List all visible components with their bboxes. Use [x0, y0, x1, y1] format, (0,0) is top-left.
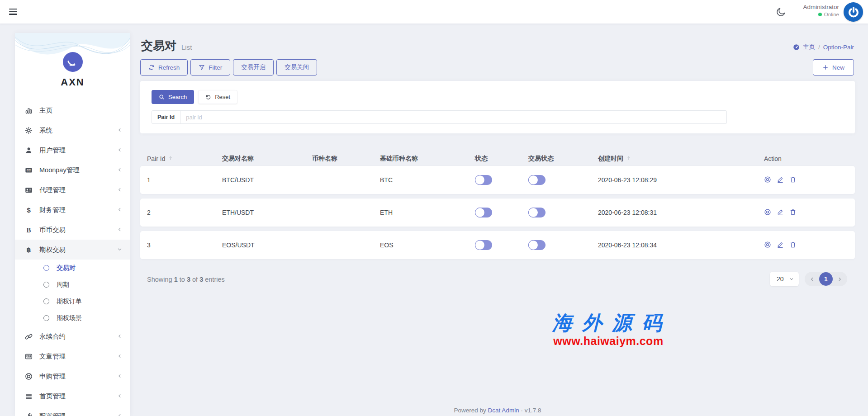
plus-icon	[822, 64, 829, 71]
watermark-url: www.haiwaiym.com	[522, 335, 694, 348]
column-header-action: Action	[764, 155, 848, 162]
moon-icon[interactable]	[776, 7, 786, 17]
row-actions	[764, 241, 848, 250]
edit-action-button[interactable]	[777, 176, 784, 184]
chevron-left-icon	[117, 373, 122, 380]
list-icon	[24, 392, 33, 400]
sidebar-item-label: 财务管理	[39, 206, 66, 214]
column-header-trade_status: 交易状态	[528, 155, 598, 163]
sidebar-item-finance-mgmt[interactable]: $财务管理	[15, 200, 130, 220]
refresh-icon	[148, 64, 155, 71]
sidebar-subitem-label: 期权订单	[57, 298, 82, 306]
reset-button[interactable]: Reset	[198, 90, 237, 104]
trash-action-button[interactable]	[789, 208, 797, 217]
svg-text:B: B	[26, 226, 31, 233]
breadcrumb-home[interactable]: 主页	[803, 43, 815, 51]
pair-id-input[interactable]	[180, 111, 726, 123]
sort-up-icon[interactable]	[168, 155, 173, 162]
trade-close-label: 交易关闭	[285, 63, 309, 71]
trade-close-button[interactable]: 交易关闭	[276, 59, 317, 76]
sidebar-item-label: 币币交易	[39, 226, 66, 234]
sidebar-item-moonpay-mgmt[interactable]: CCMoonpay管理	[15, 160, 130, 180]
closed-captioning-icon: CC	[24, 166, 33, 174]
trash-icon	[789, 208, 797, 216]
filter-button[interactable]: Filter	[190, 59, 230, 76]
id-card-icon	[24, 186, 33, 194]
trade-status-toggle[interactable]	[528, 175, 545, 185]
trade-open-label: 交易开启	[241, 63, 266, 71]
breadcrumb: 主页 / Option-Pair	[793, 43, 854, 51]
sidebar-item-subscribe-mgmt[interactable]: 申购管理	[15, 366, 130, 386]
sidebar-subitem-option-orders[interactable]: 期权订单	[15, 293, 130, 310]
sidebar-subitem-pair[interactable]: 交易对	[15, 260, 130, 276]
circle-icon	[43, 298, 49, 304]
sidebar-item-label: 期权交易	[39, 246, 66, 254]
trash-icon	[789, 241, 797, 248]
letter-b-icon: B	[24, 226, 33, 234]
sidebar-item-agent-mgmt[interactable]: 代理管理	[15, 180, 130, 200]
status-toggle[interactable]	[475, 175, 492, 185]
edit-action-button[interactable]	[777, 208, 784, 217]
eye-action-button[interactable]	[764, 208, 771, 217]
bar-chart-icon	[24, 107, 33, 114]
sidebar-item-system[interactable]: 系统	[15, 120, 130, 140]
dashboard-icon	[793, 44, 800, 51]
sidebar-item-perpetual[interactable]: 永续合约	[15, 326, 130, 346]
sidebar-item-spot-trade[interactable]: B币币交易	[15, 220, 130, 240]
sidebar-item-label: Moonpay管理	[39, 166, 80, 175]
trade-status-toggle[interactable]	[528, 208, 545, 217]
logo-block: AXN	[15, 33, 130, 87]
refresh-button[interactable]: Refresh	[140, 59, 188, 76]
sidebar-item-home[interactable]: 主页	[15, 100, 130, 120]
per-page-select[interactable]: 20	[770, 272, 799, 286]
pagination: 1	[805, 272, 847, 286]
page-number-button[interactable]: 1	[819, 272, 833, 286]
online-dot-icon	[818, 13, 822, 16]
edit-action-button[interactable]	[777, 241, 784, 250]
cell-base-coin-name: EOS	[380, 241, 475, 249]
sidebar-item-config-mgmt[interactable]: 配置管理	[15, 406, 130, 416]
avatar[interactable]	[844, 2, 863, 22]
chevron-left-icon	[117, 147, 122, 154]
svg-text:CC: CC	[26, 168, 31, 171]
new-button[interactable]: New	[813, 59, 854, 76]
sidebar-item-option-trade[interactable]: ฿期权交易	[15, 240, 130, 260]
sidebar-subitem-period[interactable]: 周期	[15, 276, 130, 293]
next-page-button[interactable]	[837, 277, 842, 282]
sort-up-icon[interactable]	[626, 155, 631, 162]
chevron-left-icon	[117, 186, 122, 194]
user-menu[interactable]: Administrator Online	[803, 4, 839, 17]
sidebar-subitem-option-scene[interactable]: 期权场景	[15, 310, 130, 326]
edit-icon	[777, 208, 784, 216]
column-header-created_at[interactable]: 创建时间	[598, 155, 764, 163]
refresh-label: Refresh	[158, 64, 180, 71]
sidebar-item-label: 用户管理	[39, 146, 66, 155]
sidebar-item-user-mgmt[interactable]: 用户管理	[15, 140, 130, 160]
wrench-icon	[24, 412, 33, 416]
eye-action-button[interactable]	[764, 176, 771, 184]
user-icon	[24, 147, 33, 154]
status-toggle[interactable]	[475, 240, 492, 250]
trash-action-button[interactable]	[789, 241, 797, 250]
trash-action-button[interactable]	[789, 176, 797, 184]
trade-status-toggle[interactable]	[528, 240, 545, 250]
sidebar-item-article-mgmt[interactable]: 文章管理	[15, 346, 130, 366]
watermark: 海外源码 www.haiwaiym.com	[522, 312, 694, 348]
column-header-pair_id[interactable]: Pair Id	[147, 155, 222, 162]
filter-label: Filter	[209, 64, 222, 71]
svg-text:฿: ฿	[26, 246, 31, 253]
chevron-down-icon	[117, 246, 122, 253]
sidebar-item-homepage-mgmt[interactable]: 首页管理	[15, 386, 130, 406]
cell-pair-id: 2	[147, 209, 222, 216]
status-toggle[interactable]	[475, 208, 492, 217]
search-button[interactable]: Search	[152, 90, 194, 104]
eye-icon	[764, 241, 771, 248]
trade-open-button[interactable]: 交易开启	[233, 59, 274, 76]
circle-icon	[43, 282, 49, 288]
eye-action-button[interactable]	[764, 241, 771, 250]
dcat-admin-link[interactable]: Dcat Admin	[488, 407, 519, 414]
page-subtitle: List	[181, 43, 192, 51]
hamburger-icon[interactable]	[9, 9, 17, 15]
prev-page-button[interactable]	[810, 277, 815, 282]
dollar-icon: $	[24, 206, 33, 214]
